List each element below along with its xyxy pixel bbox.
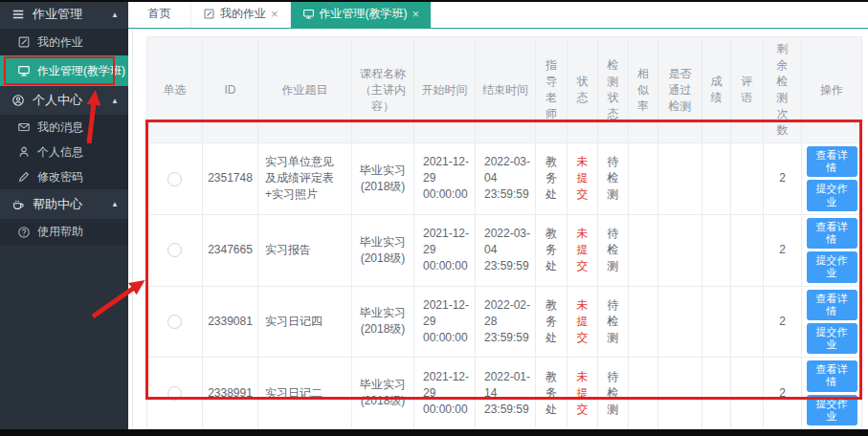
cell-similarity bbox=[629, 358, 658, 429]
cell-comment bbox=[731, 286, 764, 358]
monitor-icon bbox=[302, 8, 315, 20]
header-teacher: 指导老师 bbox=[536, 37, 568, 143]
sidebar-section-help[interactable]: 帮助中心 ▲ bbox=[0, 189, 128, 219]
cell-score bbox=[702, 358, 731, 429]
cell-teacher: 教务处 bbox=[536, 214, 568, 286]
monitor-icon bbox=[17, 64, 31, 77]
sidebar-section-label: 个人中心 bbox=[33, 92, 82, 109]
cell-similarity bbox=[629, 143, 658, 215]
header-status: 状态 bbox=[568, 37, 598, 143]
app-window: 作业管理 ▲ 我的作业 作业管理(教学班) 个人中心 ▲ 我的消 bbox=[0, 0, 868, 436]
collapse-arrow-icon[interactable]: ▲ bbox=[111, 200, 119, 208]
sidebar-item-my-homework[interactable]: 我的作业 bbox=[0, 29, 128, 55]
cell-teacher: 教务处 bbox=[536, 286, 568, 358]
submit-homework-button[interactable]: 提交作业 bbox=[807, 251, 857, 282]
cell-course: 毕业实习(2018级) bbox=[352, 286, 414, 358]
cell-score bbox=[702, 286, 731, 358]
row-radio-button[interactable] bbox=[167, 315, 182, 329]
cell-id: 2339081 bbox=[203, 286, 258, 358]
sidebar-item-label: 使用帮助 bbox=[37, 224, 83, 240]
tab-my-homework[interactable]: 我的作业 × bbox=[191, 0, 291, 28]
sidebar-section-label: 作业管理 bbox=[33, 6, 82, 23]
tab-home[interactable]: 首页 bbox=[128, 0, 191, 28]
sidebar-section-label: 帮助中心 bbox=[33, 196, 82, 213]
cell-actions: 查看详情提交作业 bbox=[802, 358, 862, 429]
sidebar-item-personal-info[interactable]: 个人信息 bbox=[0, 140, 128, 164]
close-icon[interactable]: × bbox=[412, 8, 420, 20]
cell-end-time: 2022-03-04 23:59:59 bbox=[476, 143, 536, 215]
question-icon bbox=[17, 226, 31, 239]
cell-check-status: 待检测 bbox=[598, 286, 629, 358]
sidebar-section-personal[interactable]: 个人中心 ▲ bbox=[0, 86, 128, 115]
table-body: 2351748实习单位意见及成绩评定表+实习照片毕业实习(2018级)2021-… bbox=[147, 143, 862, 436]
view-details-button[interactable]: 查看详情 bbox=[807, 146, 857, 177]
header-remaining-checks: 剩余检测次数 bbox=[764, 37, 802, 143]
collapse-arrow-icon[interactable]: ▲ bbox=[111, 97, 119, 105]
table-header: 单选 ID 作业题目 课程名称（主讲内容） 开始时间 结束时间 指导老师 状态 … bbox=[147, 37, 862, 143]
content-divider bbox=[132, 29, 133, 429]
cell-status: 未提交 bbox=[568, 143, 598, 215]
header-comment: 评语 bbox=[731, 37, 764, 143]
window-top-edge bbox=[0, 0, 868, 2]
cell-select bbox=[147, 358, 203, 429]
cell-status: 未提交 bbox=[568, 358, 598, 429]
cell-status: 未提交 bbox=[568, 214, 598, 286]
row-radio-button[interactable] bbox=[167, 386, 182, 401]
cell-id: 2347665 bbox=[203, 214, 258, 286]
submit-homework-button[interactable]: 提交作业 bbox=[807, 323, 857, 354]
close-icon[interactable]: × bbox=[271, 8, 278, 20]
cell-similarity bbox=[629, 214, 658, 286]
table-row: 2351748实习单位意见及成绩评定表+实习照片毕业实习(2018级)2021-… bbox=[147, 143, 862, 215]
sidebar-item-homework-management-class[interactable]: 作业管理(教学班) bbox=[0, 55, 128, 86]
cell-id: 2351748 bbox=[203, 143, 258, 215]
main-content: 单选 ID 作业题目 课程名称（主讲内容） 开始时间 结束时间 指导老师 状态 … bbox=[128, 29, 868, 429]
envelope-icon bbox=[17, 120, 31, 134]
cell-score bbox=[702, 143, 731, 215]
cell-remaining: 2 bbox=[764, 358, 802, 429]
coffee-icon bbox=[11, 198, 25, 211]
edit-square-icon bbox=[203, 8, 215, 20]
cell-start-time: 2021-12-29 00:00:00 bbox=[414, 214, 476, 286]
row-radio-button[interactable] bbox=[167, 243, 182, 257]
header-similarity: 相似率 bbox=[629, 37, 658, 143]
cell-check-status: 待检测 bbox=[598, 143, 629, 215]
user-circle-icon bbox=[11, 94, 25, 107]
cell-start-time: 2021-12-29 00:00:00 bbox=[414, 143, 476, 215]
sidebar-item-my-messages[interactable]: 我的消息 bbox=[0, 115, 128, 140]
cell-title: 实习日记四 bbox=[258, 286, 352, 358]
view-details-button[interactable]: 查看详情 bbox=[807, 218, 857, 249]
cell-select bbox=[147, 286, 203, 358]
view-details-button[interactable]: 查看详情 bbox=[807, 360, 857, 391]
header-course: 课程名称（主讲内容） bbox=[352, 37, 414, 143]
cell-start-time: 2021-12-29 00:00:00 bbox=[414, 286, 476, 358]
cell-check-status: 待检测 bbox=[598, 214, 629, 286]
submit-homework-button[interactable]: 提交作业 bbox=[807, 395, 857, 425]
cell-teacher: 教务处 bbox=[536, 143, 568, 215]
tab-homework-management-class[interactable]: 作业管理(教学班) × bbox=[291, 0, 432, 28]
header-select: 单选 bbox=[147, 37, 203, 143]
collapse-arrow-icon[interactable]: ▲ bbox=[111, 11, 119, 19]
cell-select bbox=[147, 214, 203, 286]
cell-actions: 查看详情提交作业 bbox=[802, 286, 862, 358]
cell-similarity bbox=[629, 286, 658, 358]
cell-end-time: 2022-01-14 23:59:59 bbox=[476, 358, 536, 429]
cell-title: 实习日记二 bbox=[258, 358, 352, 429]
cell-score bbox=[702, 214, 731, 286]
user-icon bbox=[17, 145, 31, 159]
cell-status: 未提交 bbox=[568, 286, 598, 358]
cell-pass-check bbox=[658, 143, 702, 215]
cell-pass-check bbox=[658, 286, 702, 358]
sidebar-item-label: 作业管理(教学班) bbox=[37, 63, 125, 79]
table-row: 2339081实习日记四毕业实习(2018级)2021-12-29 00:00:… bbox=[147, 286, 862, 358]
row-radio-button[interactable] bbox=[167, 172, 182, 186]
cell-remaining: 2 bbox=[764, 286, 802, 358]
view-details-button[interactable]: 查看详情 bbox=[807, 290, 857, 320]
sidebar-item-change-password[interactable]: 修改密码 bbox=[0, 164, 128, 189]
sidebar-section-homework[interactable]: 作业管理 ▲ bbox=[0, 0, 128, 29]
sidebar-item-label: 个人信息 bbox=[37, 144, 83, 161]
submit-homework-button[interactable]: 提交作业 bbox=[807, 180, 857, 210]
cell-actions: 查看详情提交作业 bbox=[802, 143, 862, 215]
sidebar-item-usage-help[interactable]: 使用帮助 bbox=[0, 219, 128, 245]
cell-comment bbox=[731, 358, 764, 429]
header-id: ID bbox=[203, 37, 258, 143]
